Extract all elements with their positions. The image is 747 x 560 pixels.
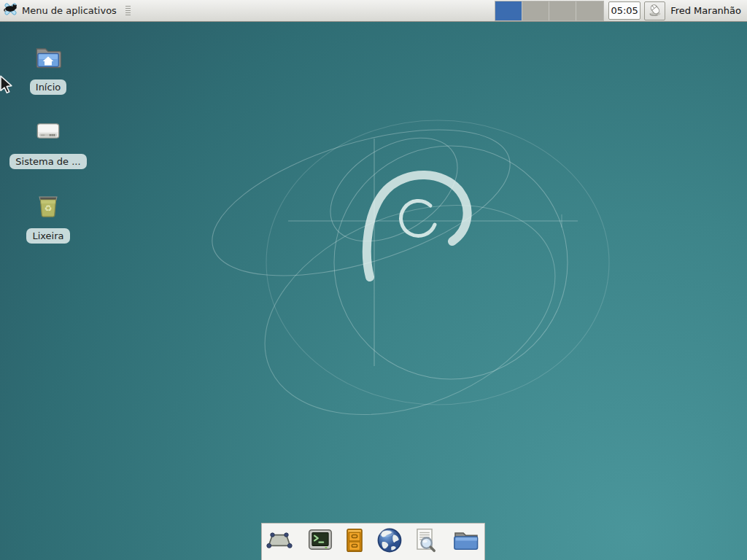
desktop-icon-label: Lixeira <box>26 228 69 244</box>
folder-icon <box>452 526 481 558</box>
session-action-button[interactable] <box>644 1 665 20</box>
applications-menu-button[interactable]: Menu de aplicativos <box>0 0 121 21</box>
workspace-pager <box>495 1 604 21</box>
terminal-button[interactable] <box>306 526 334 557</box>
file-cabinet-button[interactable] <box>341 526 368 557</box>
desktop-icon-label: Sistema de ... <box>9 154 86 169</box>
trash-can-icon: ♻ <box>32 190 64 225</box>
filesystem-drive-icon <box>32 115 64 150</box>
dock-panel <box>261 523 485 560</box>
desktop-surface[interactable]: Início Sistema de ... <box>0 22 747 560</box>
workspace-3[interactable] <box>549 1 576 20</box>
web-browser-button[interactable] <box>375 526 404 557</box>
globe-icon <box>375 526 404 558</box>
username-label[interactable]: Fred Maranhão <box>670 5 741 16</box>
show-desktop-button[interactable] <box>266 526 293 557</box>
desktop-icon-home[interactable]: Início <box>10 41 86 95</box>
applications-menu-label: Menu de aplicativos <box>22 5 117 16</box>
document-magnifier-icon <box>411 526 438 557</box>
file-cabinet-icon <box>341 526 368 557</box>
computer-mouse-icon <box>647 1 663 20</box>
wallpaper-lines-art <box>0 22 747 560</box>
clock[interactable]: 05:05 <box>608 1 640 20</box>
desktop-icon-trash[interactable]: ♻ Lixeira <box>10 190 86 244</box>
home-folder-icon <box>32 41 64 76</box>
application-finder-button[interactable] <box>411 526 438 557</box>
show-desktop-icon <box>266 526 293 557</box>
top-panel: Menu de aplicativos 05:05 <box>0 0 747 22</box>
xfce-mouse-logo-icon <box>3 1 18 20</box>
desktop-icon-filesystem[interactable]: Sistema de ... <box>10 115 86 169</box>
directory-menu-button[interactable] <box>452 526 481 557</box>
workspace-2[interactable] <box>522 1 549 20</box>
clock-time: 05:05 <box>611 5 638 16</box>
debian-swirl-icon <box>367 175 468 277</box>
workspace-1[interactable] <box>495 1 522 20</box>
terminal-icon <box>306 526 334 557</box>
workspace-4[interactable] <box>576 1 603 20</box>
desktop-icon-label: Início <box>30 79 66 95</box>
panel-grip-handle[interactable] <box>125 6 131 15</box>
desktop-screen: Menu de aplicativos 05:05 <box>0 0 747 560</box>
svg-text:♻: ♻ <box>44 203 53 214</box>
